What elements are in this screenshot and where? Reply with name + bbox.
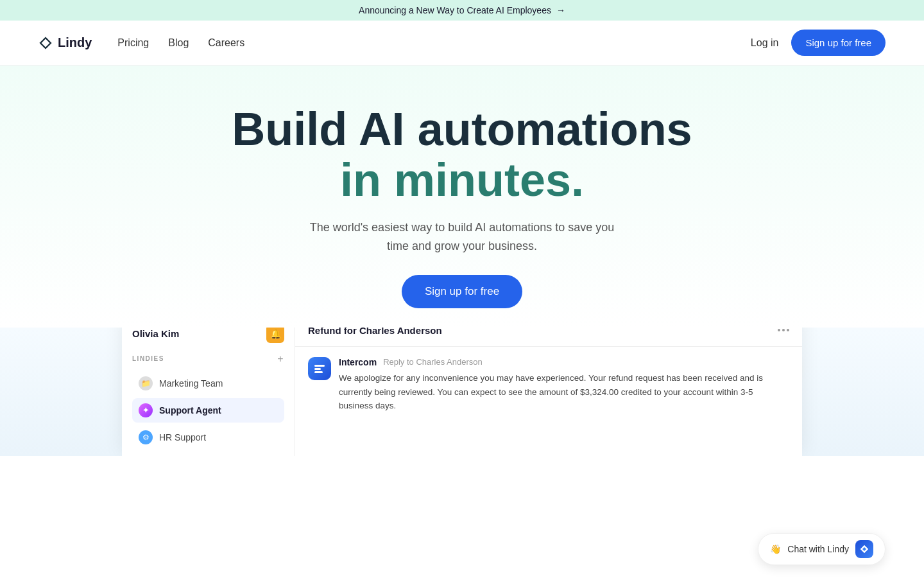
message-action: Reply to Charles Anderson <box>383 357 483 367</box>
logo-text: Lindy <box>58 35 92 50</box>
hero-headline-line1: Build AI automations <box>232 103 692 155</box>
nav-right: Log in Sign up for free <box>751 30 886 56</box>
sidebar-item-recruiter[interactable]: ✦ Recruiter <box>132 452 284 456</box>
message-content: Intercom Reply to Charles Anderson We ap… <box>339 357 789 413</box>
sidebar-item-support[interactable]: ✦ Support Agent <box>132 398 284 423</box>
hr-icon: ⚙ <box>139 430 153 444</box>
chat-lindy-label: Chat with Lindy <box>787 544 849 554</box>
chat-message: Intercom Reply to Charles Anderson We ap… <box>295 347 802 423</box>
sidebar-item-marketing-label: Marketing Team <box>159 378 223 389</box>
sidebar-user: Olivia Kim 🔔 <box>132 328 284 343</box>
support-icon: ✦ <box>139 403 153 417</box>
chat-main: Refund for Charles Anderson <box>295 328 802 456</box>
nav-blog[interactable]: Blog <box>168 37 189 49</box>
nav-links: Pricing Blog Careers <box>117 37 751 49</box>
message-text: We apologize for any inconvenience you m… <box>339 371 789 413</box>
chat-title: Refund for Charles Anderson <box>308 328 442 336</box>
logo-link[interactable]: Lindy <box>38 35 92 50</box>
announcement-bar[interactable]: Announcing a New Way to Create AI Employ… <box>0 0 924 21</box>
announcement-text: Announcing a New Way to Create AI Employ… <box>359 5 551 15</box>
add-lindy-icon[interactable]: + <box>277 353 284 365</box>
hero-headline-line2: in minutes. <box>340 154 584 206</box>
folder-icon: 📁 <box>139 376 153 390</box>
sidebar-user-name: Olivia Kim <box>132 328 179 339</box>
chat-sidebar: Olivia Kim 🔔 LINDIES + 📁 Marketing Team … <box>122 328 295 456</box>
sidebar-item-support-label: Support Agent <box>159 405 221 416</box>
message-sender: Intercom Reply to Charles Anderson <box>339 357 789 367</box>
message-sender-name: Intercom <box>339 357 377 367</box>
chat-panel: Olivia Kim 🔔 LINDIES + 📁 Marketing Team … <box>122 328 802 456</box>
chat-header: Refund for Charles Anderson <box>295 328 802 347</box>
svg-rect-11 <box>314 365 325 367</box>
chat-lindy-button[interactable]: 👋 Chat with Lindy <box>758 533 886 565</box>
hero-signup-button[interactable]: Sign up for free <box>402 275 522 308</box>
login-button[interactable]: Log in <box>751 37 779 49</box>
sidebar-item-marketing[interactable]: 📁 Marketing Team <box>132 371 284 396</box>
sidebar-item-hr-label: HR Support <box>159 432 206 442</box>
sidebar-item-hr[interactable]: ⚙ HR Support <box>132 425 284 450</box>
navbar: Lindy Pricing Blog Careers Log in Sign u… <box>0 21 924 66</box>
chat-lindy-emoji: 👋 <box>770 544 781 554</box>
announcement-arrow: → <box>556 5 565 15</box>
signup-button[interactable]: Sign up for free <box>791 30 886 56</box>
lindies-label: LINDIES + <box>132 353 284 365</box>
hero-headline: Build AI automations in minutes. <box>221 104 703 206</box>
sidebar-bell-icon: 🔔 <box>266 328 284 343</box>
chat-more-button[interactable] <box>778 329 789 331</box>
chat-lindy-icon <box>855 540 873 558</box>
nav-careers[interactable]: Careers <box>208 37 244 49</box>
hero-subtext: The world's easiest way to build AI auto… <box>302 218 622 256</box>
nav-pricing[interactable]: Pricing <box>117 37 149 49</box>
logo-icon <box>38 36 53 50</box>
svg-rect-13 <box>314 371 323 373</box>
svg-rect-12 <box>314 368 321 370</box>
message-avatar <box>308 357 331 380</box>
demo-area: Olivia Kim 🔔 LINDIES + 📁 Marketing Team … <box>0 328 924 456</box>
hero-section: Build AI automations in minutes. The wor… <box>0 66 924 328</box>
